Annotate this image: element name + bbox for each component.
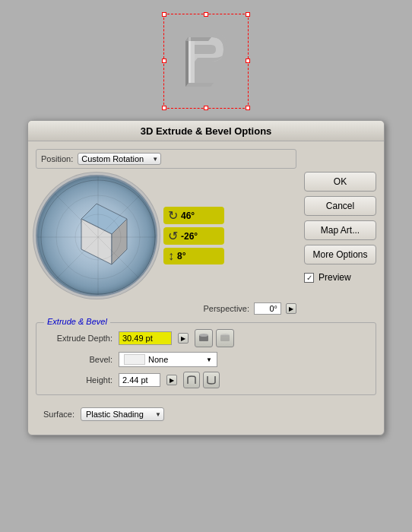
extrude-depth-input[interactable] — [119, 331, 172, 345]
dialog: 3D Extrude & Bevel Options Position: Cus… — [27, 120, 385, 435]
height-input[interactable] — [119, 373, 160, 387]
bevel-inside-button[interactable] — [203, 372, 220, 388]
handle-tm[interactable] — [204, 12, 208, 17]
rotation-z-icon: ↕ — [168, 249, 174, 263]
extrude-depth-stepper[interactable]: ▶ — [178, 333, 189, 344]
extrude-depth-row: Extrude Depth: ▶ — [44, 329, 368, 347]
extrude-bevel-group: Extrude & Bevel Extrude Depth: ▶ — [36, 322, 376, 395]
bottom-section: Extrude & Bevel Extrude Depth: ▶ — [28, 322, 384, 435]
rotation-y-input[interactable] — [181, 231, 211, 242]
handle-tl[interactable] — [162, 12, 166, 17]
right-panel: OK Cancel Map Art... More Options ✓ Prev… — [304, 149, 376, 315]
cap-on-button[interactable] — [195, 329, 213, 347]
rotation-y-row[interactable]: ↺ — [163, 227, 224, 245]
height-icons — [183, 372, 220, 388]
preview-row: ✓ Preview — [304, 272, 376, 283]
handle-rm[interactable] — [246, 59, 250, 63]
handle-bm[interactable] — [204, 106, 208, 110]
bevel-preview — [124, 354, 145, 365]
rotation-area: ↻ ↺ ↕ — [36, 175, 296, 296]
cap-off-button[interactable] — [216, 329, 234, 347]
dialog-body: Position: Custom Rotation Front Back ▼ — [28, 141, 384, 322]
bevel-row: Bevel: None ▼ — [44, 352, 368, 367]
position-row: Position: Custom Rotation Front Back ▼ — [36, 149, 296, 169]
preview-label: Preview — [319, 272, 351, 283]
perspective-row: Perspective: ▶ — [36, 302, 296, 315]
perspective-stepper[interactable]: ▶ — [286, 303, 296, 314]
surface-row: Surface: Plastic Shading Diffuse Shading… — [36, 401, 376, 427]
ok-button[interactable]: OK — [304, 172, 376, 192]
dialog-titlebar: 3D Extrude & Bevel Options — [28, 121, 384, 141]
canvas-area — [0, 0, 412, 122]
bevel-dropdown[interactable]: None ▼ — [119, 352, 217, 367]
handle-br[interactable] — [246, 106, 250, 110]
cap-buttons — [195, 329, 234, 347]
bevel-outside-button[interactable] — [183, 372, 200, 388]
svg-point-19 — [199, 334, 208, 337]
cap-off-icon — [219, 332, 231, 344]
more-options-button[interactable]: More Options — [304, 245, 376, 264]
handle-lm[interactable] — [162, 59, 166, 63]
section-label: Extrude & Bevel — [44, 317, 110, 326]
bevel-value: None — [148, 355, 206, 364]
position-select[interactable]: Custom Rotation Front Back — [78, 153, 161, 165]
height-row: Height: ▶ — [44, 372, 368, 388]
handle-tr[interactable] — [246, 12, 250, 17]
bevel-dropdown-arrow-icon: ▼ — [206, 356, 212, 363]
rotation-x-input[interactable] — [181, 211, 211, 221]
perspective-label: Perspective: — [203, 304, 249, 313]
surface-label: Surface: — [43, 410, 74, 419]
perspective-input[interactable] — [254, 302, 281, 315]
svg-point-21 — [220, 334, 230, 337]
3d-letter-p — [172, 22, 240, 98]
checkbox-check-icon: ✓ — [306, 274, 312, 282]
rotation-z-input[interactable] — [177, 251, 208, 261]
surface-select[interactable]: Plastic Shading Diffuse Shading No Shadi… — [81, 407, 164, 421]
rotation-inputs: ↻ ↺ ↕ — [163, 207, 224, 264]
height-label: Height: — [44, 375, 113, 385]
rotation-x-row[interactable]: ↻ — [163, 207, 224, 224]
rotation-z-row[interactable]: ↕ — [163, 248, 224, 264]
handle-bl[interactable] — [162, 106, 166, 110]
dialog-title: 3D Extrude & Bevel Options — [141, 125, 272, 137]
height-stepper[interactable]: ▶ — [166, 375, 177, 385]
wheel-grid-svg — [37, 176, 157, 296]
rotation-x-icon: ↻ — [168, 208, 178, 223]
left-panel: Position: Custom Rotation Front Back ▼ — [36, 149, 296, 315]
cap-on-icon — [198, 332, 210, 344]
bevel-label: Bevel: — [44, 355, 113, 364]
svg-rect-7 — [189, 37, 191, 83]
position-label: Position: — [41, 154, 73, 163]
preview-checkbox[interactable]: ✓ — [304, 273, 314, 283]
extrude-depth-label: Extrude Depth: — [44, 334, 113, 343]
svg-marker-1 — [185, 83, 214, 87]
rotation-wheel[interactable] — [36, 175, 157, 296]
svg-marker-5 — [185, 37, 189, 87]
surface-select-wrapper[interactable]: Plastic Shading Diffuse Shading No Shadi… — [81, 407, 164, 421]
cancel-button[interactable]: Cancel — [304, 196, 376, 216]
position-select-wrapper[interactable]: Custom Rotation Front Back ▼ — [78, 153, 161, 165]
rotation-y-icon: ↺ — [168, 229, 178, 243]
selection-box — [163, 14, 249, 109]
bevel-inside-icon — [206, 375, 217, 385]
bevel-outside-icon — [186, 375, 197, 385]
map-art-button[interactable]: Map Art... — [304, 220, 376, 240]
